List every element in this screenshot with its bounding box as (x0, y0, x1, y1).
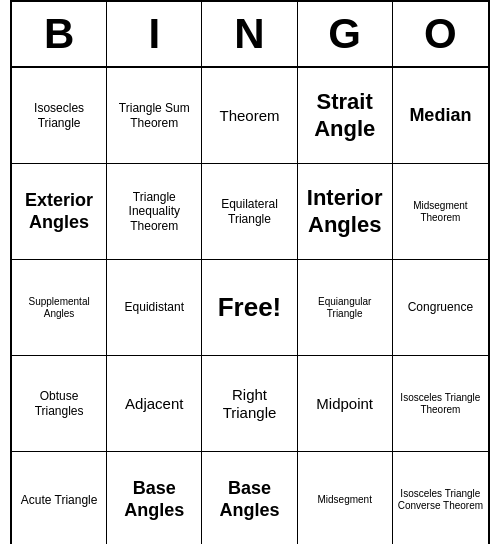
bingo-cell-9: Midsegment Theorem (393, 164, 488, 260)
bingo-cell-17: Right Triangle (202, 356, 297, 452)
cell-text-5: Exterior Angles (16, 190, 102, 233)
bingo-card: BINGO Isosecles TriangleTriangle Sum The… (10, 0, 490, 544)
bingo-cell-3: Strait Angle (298, 68, 393, 164)
cell-text-2: Theorem (219, 107, 279, 125)
bingo-cell-21: Base Angles (107, 452, 202, 544)
cell-text-19: Isosceles Triangle Theorem (397, 392, 484, 416)
cell-text-14: Congruence (408, 300, 473, 314)
cell-text-23: Midsegment (317, 494, 371, 506)
bingo-cell-24: Isosceles Triangle Converse Theorem (393, 452, 488, 544)
cell-text-20: Acute Triangle (21, 493, 98, 507)
cell-text-0: Isosecles Triangle (16, 101, 102, 130)
cell-text-12: Free! (218, 292, 282, 323)
header-letter-g: G (298, 2, 393, 66)
cell-text-9: Midsegment Theorem (397, 200, 484, 224)
cell-text-4: Median (409, 105, 471, 127)
cell-text-10: Supplemental Angles (16, 296, 102, 320)
bingo-cell-20: Acute Triangle (12, 452, 107, 544)
cell-text-1: Triangle Sum Theorem (111, 101, 197, 130)
bingo-cell-19: Isosceles Triangle Theorem (393, 356, 488, 452)
cell-text-7: Equilateral Triangle (206, 197, 292, 226)
bingo-cell-5: Exterior Angles (12, 164, 107, 260)
cell-text-8: Interior Angles (302, 185, 388, 238)
bingo-cell-2: Theorem (202, 68, 297, 164)
bingo-cell-12: Free! (202, 260, 297, 356)
cell-text-15: Obtuse Triangles (16, 389, 102, 418)
bingo-cell-14: Congruence (393, 260, 488, 356)
header-letter-n: N (202, 2, 297, 66)
bingo-cell-0: Isosecles Triangle (12, 68, 107, 164)
bingo-cell-16: Adjacent (107, 356, 202, 452)
cell-text-18: Midpoint (316, 395, 373, 413)
cell-text-3: Strait Angle (302, 89, 388, 142)
bingo-grid: Isosecles TriangleTriangle Sum TheoremTh… (12, 68, 488, 544)
bingo-cell-4: Median (393, 68, 488, 164)
header-letter-o: O (393, 2, 488, 66)
bingo-header: BINGO (12, 2, 488, 68)
bingo-cell-1: Triangle Sum Theorem (107, 68, 202, 164)
cell-text-17: Right Triangle (206, 386, 292, 422)
bingo-cell-10: Supplemental Angles (12, 260, 107, 356)
bingo-cell-11: Equidistant (107, 260, 202, 356)
cell-text-6: Triangle Inequality Theorem (111, 190, 197, 233)
cell-text-11: Equidistant (125, 300, 184, 314)
cell-text-13: Equiangular Triangle (302, 296, 388, 320)
bingo-cell-18: Midpoint (298, 356, 393, 452)
cell-text-24: Isosceles Triangle Converse Theorem (397, 488, 484, 512)
cell-text-22: Base Angles (206, 478, 292, 521)
bingo-cell-13: Equiangular Triangle (298, 260, 393, 356)
header-letter-b: B (12, 2, 107, 66)
cell-text-21: Base Angles (111, 478, 197, 521)
bingo-cell-7: Equilateral Triangle (202, 164, 297, 260)
bingo-cell-8: Interior Angles (298, 164, 393, 260)
bingo-cell-6: Triangle Inequality Theorem (107, 164, 202, 260)
bingo-cell-15: Obtuse Triangles (12, 356, 107, 452)
cell-text-16: Adjacent (125, 395, 183, 413)
bingo-cell-22: Base Angles (202, 452, 297, 544)
bingo-cell-23: Midsegment (298, 452, 393, 544)
header-letter-i: I (107, 2, 202, 66)
